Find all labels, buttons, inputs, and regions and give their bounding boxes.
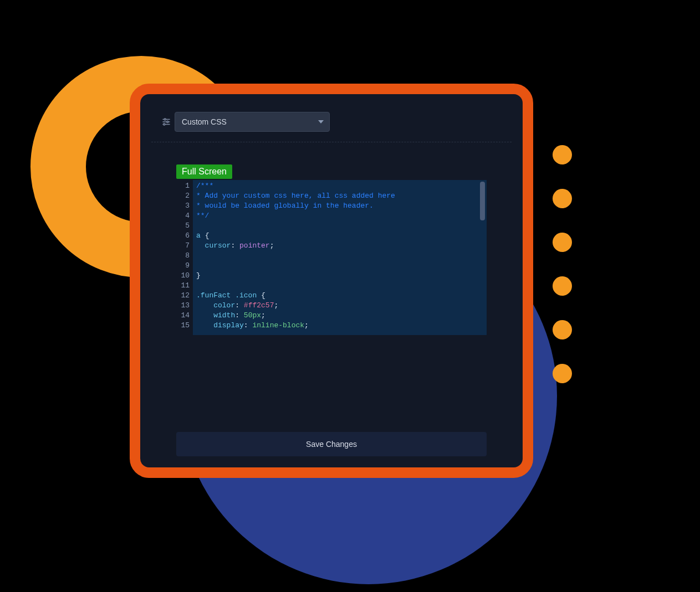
line-number: 15	[178, 321, 190, 331]
line-number: 8	[178, 251, 190, 261]
dot-icon	[553, 233, 572, 252]
sliders-icon	[158, 112, 175, 132]
code-line[interactable]	[196, 251, 483, 261]
line-number: 11	[178, 281, 190, 291]
code-line[interactable]: cursor: pointer;	[196, 241, 483, 251]
code-line[interactable]: width: 50px;	[196, 311, 483, 321]
line-number: 1	[178, 181, 190, 191]
svg-point-4	[167, 121, 168, 123]
select-label: Custom CSS	[182, 117, 227, 126]
dot-icon	[553, 189, 572, 208]
dot-icon	[553, 145, 572, 164]
code-line[interactable]	[196, 221, 483, 231]
code-line[interactable]: **/	[196, 211, 483, 221]
code-line[interactable]: * would be loaded globally in the header…	[196, 201, 483, 211]
code-line[interactable]: .funFact .icon {	[196, 291, 483, 301]
chevron-down-icon	[318, 120, 324, 123]
line-number: 13	[178, 301, 190, 311]
code-line[interactable]	[196, 261, 483, 271]
line-number: 3	[178, 201, 190, 211]
code-line[interactable]: display: inline-block;	[196, 321, 483, 331]
code-content[interactable]: /**** Add your custom css here, all css …	[193, 180, 487, 335]
dot-icon	[553, 320, 572, 339]
editor-wrap: Full Screen 123456789101112131415 /**** …	[151, 142, 512, 410]
code-line[interactable]: }	[196, 271, 483, 281]
code-line[interactable]: color: #ff2c57;	[196, 301, 483, 311]
line-number: 14	[178, 311, 190, 321]
select-row: Custom CSS	[151, 112, 512, 142]
settings-panel: Custom CSS Full Screen 12345678910111213…	[130, 84, 533, 478]
svg-point-3	[164, 119, 166, 120]
save-changes-button[interactable]: Save Changes	[176, 432, 487, 456]
line-number: 6	[178, 231, 190, 241]
line-number: 5	[178, 221, 190, 231]
dot-icon	[553, 276, 572, 296]
svg-point-5	[163, 123, 165, 125]
line-number: 9	[178, 261, 190, 271]
line-number: 12	[178, 291, 190, 301]
line-number-gutter: 123456789101112131415	[176, 180, 193, 335]
dot-icon	[553, 364, 572, 383]
line-number: 7	[178, 241, 190, 251]
full-screen-button[interactable]: Full Screen	[176, 164, 232, 179]
line-number: 2	[178, 191, 190, 201]
code-line[interactable]: a {	[196, 231, 483, 241]
decorative-dot-column	[553, 145, 572, 383]
code-line[interactable]: /***	[196, 181, 483, 191]
code-line[interactable]: * Add your custom css here, all css adde…	[196, 191, 483, 201]
code-line[interactable]	[196, 281, 483, 291]
code-editor[interactable]: 123456789101112131415 /**** Add your cus…	[176, 180, 487, 335]
line-number: 4	[178, 211, 190, 221]
scrollbar-thumb[interactable]	[480, 182, 485, 220]
custom-css-select[interactable]: Custom CSS	[175, 112, 330, 132]
line-number: 10	[178, 271, 190, 281]
